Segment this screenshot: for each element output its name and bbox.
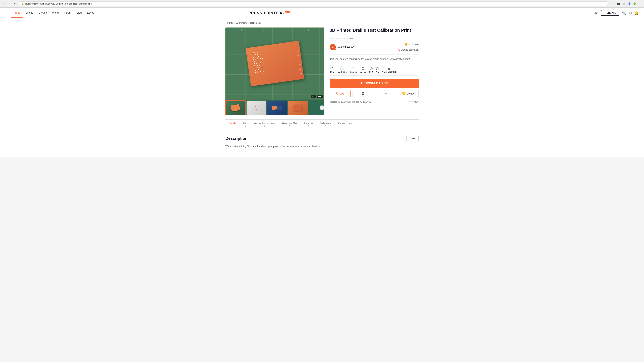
thumbnail-2[interactable]: ⬡ <box>246 100 266 115</box>
meta-info: updated 31. 12. 2021 | published 31. 12.… <box>330 101 418 103</box>
pdf-button[interactable]: ⬇ PDF <box>406 136 418 141</box>
spec-weight-value: 5 g <box>376 71 379 73</box>
url-text: prusaprinters.org/prints/109513-3d-print… <box>25 2 606 5</box>
action-row: ♡ Like ⚄ ↗ 💛 Donate <box>330 90 418 97</box>
thumbnails-next-button[interactable]: › <box>320 105 324 110</box>
mail-button[interactable]: ✉ <box>629 11 632 15</box>
nav-blog[interactable]: Blog <box>74 8 84 18</box>
3d-model-icon: ⬡ <box>254 105 258 111</box>
breadcrumb-3d-printers[interactable]: ‹ 3D Printers <box>234 22 247 24</box>
views-count: 👁 4 views <box>409 101 418 103</box>
browser-icons: ⬇ 📺 ☆ 👤 🧩 ⋮ <box>611 2 642 6</box>
image-section: 1 2 3 4 <box>226 27 324 115</box>
logo-printers: PRINTERS <box>264 11 284 15</box>
share-button[interactable]: ↗ <box>375 90 396 97</box>
breadcrumb-prints[interactable]: ‹ Prints <box>226 22 233 24</box>
address-bar[interactable]: 🔒 prusaprinters.org/prints/109513-3d-pri… <box>19 1 608 6</box>
logo-prusa: PRUSA <box>248 11 262 15</box>
author-name: Geeky Faye Art <box>338 45 354 48</box>
breadcrumb-test-models[interactable]: ‹ Test Models <box>248 22 262 24</box>
site-logo[interactable]: PRUSA PRINTERS BETA <box>248 11 290 15</box>
thumb-img-3 <box>267 100 287 115</box>
like-button[interactable]: ♡ Like <box>330 90 350 97</box>
thumb-img-1 <box>226 100 245 115</box>
tab-details[interactable]: Details <box>226 120 239 130</box>
file-icon: 📄 <box>340 66 344 70</box>
nav-links: Prints Events Groups World Forum Blog Es… <box>11 8 97 18</box>
nav-events[interactable]: Events <box>23 8 36 18</box>
donate-icon: 💛 <box>402 92 406 95</box>
ruler-top: 1 2 3 4 <box>226 29 324 31</box>
compete-button[interactable]: 🏆 Compete <box>404 43 418 46</box>
author-info[interactable]: G ✓ Geeky Faye Art <box>330 44 354 50</box>
add-to-collection-button[interactable]: 🔖 Add to collection <box>398 48 418 51</box>
profile-icon[interactable]: 👤 <box>627 2 631 6</box>
spec-files: 📄 1× print file <box>336 66 347 73</box>
section-title: Description <box>226 136 248 141</box>
forward-button[interactable]: › <box>8 1 12 6</box>
tab-user-print-files[interactable]: User print files 0 <box>279 120 300 130</box>
spec-print-time: ⏱ 37m <box>330 66 334 73</box>
tab-remixes[interactable]: Remixes 0 <box>300 120 316 130</box>
main-container: ‹ Prints ‹ 3D Printers ‹ Test Models <box>221 18 422 157</box>
author-badge: ✓ <box>334 48 336 50</box>
review-count: 0 reviews <box>344 37 353 40</box>
spec-material-value: PLA <box>369 71 373 73</box>
title-row: 3D Printed Braille Test Calibration Prin… <box>330 27 418 35</box>
material-icon: ◎ <box>370 66 373 70</box>
notification-button[interactable]: 🔔 <box>634 11 639 15</box>
ssl-icon: 🔒 <box>21 2 24 5</box>
star-2: ★ <box>332 37 335 40</box>
heart-icon: ♡ <box>336 92 338 95</box>
spec-nozzle: ⬡ 0.4 mm <box>360 66 366 73</box>
donate-button[interactable]: 💛 Donate <box>398 90 419 97</box>
tabs-section: Details Files 3 Makes & Comments 0 User … <box>226 119 418 130</box>
thumbnail-3[interactable] <box>267 100 287 115</box>
spec-weight: ⚖ 5 g <box>376 66 379 73</box>
back-button[interactable]: ‹ <box>2 1 7 6</box>
dice-button[interactable]: ⚄ <box>352 90 373 97</box>
image-badges: 3D FFF <box>310 95 323 98</box>
download-button[interactable]: ⬇ DOWNLOAD 0× <box>330 79 418 88</box>
tab-files[interactable]: Files 3 <box>239 120 251 130</box>
navbar: ⌂ Prints Events Groups World Forum Blog … <box>0 7 644 18</box>
spec-layer-value: 0.1 mm <box>350 71 357 73</box>
refresh-button[interactable]: ↻ <box>13 1 18 6</box>
extension-icon[interactable]: 🧩 <box>632 2 636 6</box>
breadcrumb-back-icon: ‹ <box>226 22 226 24</box>
cast-icon[interactable]: 📺 <box>616 2 620 6</box>
tabs-row: Details Files 3 Makes & Comments 0 User … <box>226 120 418 130</box>
tab-related-prints[interactable]: Related prints <box>334 120 356 130</box>
bookmark-icon[interactable]: ☆ <box>622 2 626 6</box>
main-image[interactable]: 1 2 3 4 <box>226 27 324 99</box>
badge-3d: 3D <box>310 95 316 98</box>
nav-world[interactable]: World <box>50 8 62 18</box>
create-button[interactable]: + CREATE <box>601 10 619 16</box>
language-selector[interactable]: EN ▾ <box>594 11 598 14</box>
spec-printer-value: Prusa MK3/S/S+ <box>382 71 397 73</box>
star-1: ★ <box>330 37 332 40</box>
thumbnail-4[interactable] <box>288 100 308 115</box>
nav-forum[interactable]: Forum <box>62 8 74 18</box>
action-buttons-right: 🏆 Compete 🔖 Add to collection <box>398 43 418 51</box>
product-title: 3D Printed Braille Test Calibration Prin… <box>330 27 411 33</box>
more-options-button[interactable]: ⋮ <box>415 28 418 32</box>
nav-prints[interactable]: Prints <box>11 8 23 18</box>
content-layout: 1 2 3 4 <box>226 27 418 115</box>
nav-eshop[interactable]: Eshop <box>84 8 97 18</box>
home-button[interactable]: ⌂ <box>5 11 8 15</box>
breadcrumb-back-icon-2: ‹ <box>234 22 235 24</box>
clock-icon: ⏱ <box>330 66 334 70</box>
tab-makes-comments[interactable]: Makes & Comments 0 <box>251 120 279 130</box>
thumbnail-1[interactable] <box>226 100 246 115</box>
menu-icon[interactable]: ⋮ <box>638 2 642 6</box>
search-button[interactable]: 🔍 <box>622 11 626 15</box>
nav-right: EN ▾ + CREATE 🔍 ✉ 🔔 <box>594 10 639 16</box>
download-icon[interactable]: ⬇ <box>611 2 615 6</box>
browser-chrome: ‹ › ↻ 🔒 prusaprinters.org/prints/109513-… <box>0 0 644 7</box>
tab-collections[interactable]: Collections 0 <box>316 120 334 130</box>
braille-dots-area <box>249 44 300 77</box>
star-rating[interactable]: ★ ★ ★ ★ ★ <box>330 37 343 40</box>
nav-groups[interactable]: Groups <box>36 8 50 18</box>
author-avatar: G ✓ <box>330 44 336 50</box>
